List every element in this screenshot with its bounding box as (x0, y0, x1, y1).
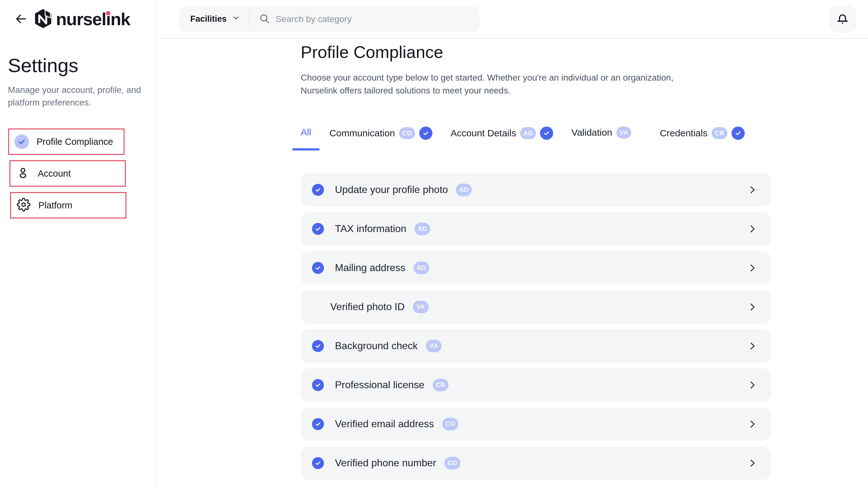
sidebar-item-account[interactable]: Account (9, 160, 126, 187)
item-status (312, 223, 324, 235)
check-icon (312, 379, 324, 391)
sidebar-item-label: Profile Compliance (36, 137, 113, 147)
item-status (312, 418, 324, 430)
tab-account-details[interactable]: Account Details AD (451, 126, 553, 152)
top-bar: Facilities (156, 0, 868, 39)
tab-credentials[interactable]: Credentials CR (660, 126, 745, 152)
list-item-tax-information[interactable]: TAX information AD (301, 212, 771, 246)
list-item-mailing-address[interactable]: Mailing address AD (301, 251, 771, 285)
category-tabs: All Communication CO Account Details AD … (301, 126, 868, 152)
item-badge: CO (444, 457, 460, 469)
check-icon (419, 126, 432, 140)
tab-label: All (301, 126, 311, 138)
check-icon (312, 184, 324, 196)
chevron-right-icon (747, 341, 757, 351)
sidebar-item-profile-compliance[interactable]: Profile Compliance (8, 128, 125, 155)
back-button[interactable] (14, 12, 28, 26)
settings-description: Manage your account, profile, and platfo… (8, 84, 144, 109)
check-icon (312, 418, 324, 430)
tab-status (419, 126, 432, 140)
item-status (312, 340, 324, 352)
item-status (312, 262, 324, 274)
page-description-line1: Choose your account type below to get st… (301, 71, 868, 84)
item-label: Verified email address (335, 418, 434, 430)
search-icon (259, 13, 270, 26)
list-item-verified-photo-id[interactable]: Verified photo ID VA (301, 290, 771, 324)
tab-status (635, 127, 642, 138)
list-item-professional-license[interactable]: Professional license CR (301, 368, 771, 402)
item-badge: VA (413, 301, 429, 313)
logo-box-icon (35, 8, 53, 30)
item-label: Verified phone number (335, 457, 436, 469)
item-badge: CO (442, 418, 458, 430)
tab-label: Validation (571, 127, 612, 138)
item-label: Background check (335, 340, 417, 352)
tab-label: Credentials (660, 127, 708, 139)
check-icon (540, 126, 553, 140)
item-badge: CR (433, 379, 448, 391)
check-circle-icon (14, 135, 29, 149)
sidebar: nurselınk Settings Manage your account, … (0, 0, 156, 488)
gear-icon (17, 198, 31, 213)
nurselink-logo: nurselınk (35, 8, 130, 30)
tab-all[interactable]: All (301, 126, 311, 150)
item-badge: AD (413, 262, 429, 274)
tab-status (732, 126, 745, 140)
item-label: Professional license (335, 379, 425, 391)
item-badge: VA (426, 340, 441, 352)
check-icon (312, 223, 324, 235)
chevron-right-icon (747, 419, 757, 429)
bell-icon (835, 11, 850, 27)
list-item-update-your-profile-photo[interactable]: Update your profile photo AD (301, 173, 771, 206)
item-status (312, 379, 324, 391)
item-status (312, 457, 324, 469)
tab-label: Communication (329, 127, 395, 139)
divider (249, 12, 249, 26)
tab-badge: CO (399, 127, 415, 139)
item-label: TAX information (335, 223, 406, 234)
item-status (312, 304, 319, 310)
list-item-verified-phone-number[interactable]: Verified phone number CO (301, 447, 771, 480)
settings-title: Settings (8, 55, 156, 76)
chevron-right-icon (747, 224, 757, 234)
app-window: nurselınk Settings Manage your account, … (0, 0, 868, 488)
item-label: Mailing address (335, 262, 405, 274)
page-title: Profile Compliance (301, 42, 868, 62)
item-label: Verified photo ID (330, 301, 405, 313)
notifications-button[interactable] (829, 5, 856, 33)
chevron-right-icon (747, 185, 757, 195)
settings-nav: Profile Compliance Account Platform (0, 128, 156, 219)
page-description: Choose your account type below to get st… (301, 71, 868, 97)
item-status (312, 184, 324, 196)
search-bar[interactable]: Facilities (179, 6, 479, 32)
search-input[interactable] (276, 14, 468, 24)
check-icon (312, 340, 324, 352)
item-label: Update your profile photo (335, 184, 448, 196)
list-item-background-check[interactable]: Background check VA (301, 329, 771, 363)
tab-communication[interactable]: Communication CO (329, 126, 432, 152)
category-selector[interactable]: Facilities (190, 14, 240, 24)
tab-badge: VA (616, 126, 631, 139)
chevron-right-icon (747, 458, 757, 468)
tab-badge: AD (520, 127, 536, 139)
item-badge: AD (456, 183, 472, 196)
logo-row: nurselınk (0, 8, 156, 30)
tab-validation[interactable]: Validation VA (571, 126, 642, 151)
brand-wordmark: nurselınk (56, 10, 130, 28)
person-icon (16, 166, 30, 181)
tab-status (540, 126, 553, 140)
check-icon (732, 126, 745, 140)
main-content: Profile Compliance Choose your account t… (156, 39, 868, 480)
category-selector-label: Facilities (190, 14, 227, 24)
chevron-right-icon (747, 263, 757, 273)
list-item-verified-email-address[interactable]: Verified email address CO (301, 407, 771, 441)
chevron-right-icon (747, 302, 757, 312)
sidebar-item-label: Platform (38, 200, 72, 211)
content-column: Facilities (156, 0, 868, 488)
sidebar-item-platform[interactable]: Platform (10, 192, 126, 219)
check-icon (312, 457, 324, 469)
back-arrow-icon (14, 12, 28, 26)
chevron-down-icon (227, 14, 240, 24)
page-description-line2: Nurselink offers tailored solutions to m… (301, 84, 868, 97)
chevron-right-icon (747, 380, 757, 390)
